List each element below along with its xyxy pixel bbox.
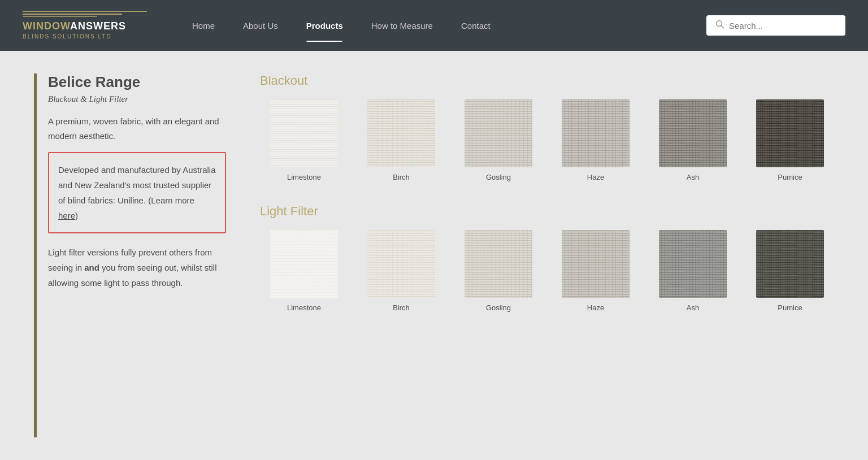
range-title: Belice Range: [48, 73, 226, 91]
light-filter-desc: Light filter versions fully prevent othe…: [48, 245, 226, 290]
fabric-blackout-limestone[interactable]: Limestone: [260, 99, 348, 181]
main-content: Belice Range Blackout & Light Filter A p…: [0, 51, 868, 460]
logo-line-3: [23, 16, 97, 18]
blackout-title: Blackout: [260, 73, 834, 88]
label-gosling-blackout: Gosling: [486, 173, 511, 181]
swatch-gosling-lf: [465, 230, 532, 298]
logo-brand1: WINDOW: [23, 20, 70, 32]
logo-line-1: [23, 11, 147, 12]
left-panel: Belice Range Blackout & Light Filter A p…: [34, 73, 226, 437]
svg-line-1: [722, 26, 724, 29]
logo-line-2: [23, 14, 122, 15]
fabric-lf-birch[interactable]: Birch: [357, 230, 445, 312]
logo-lines: [23, 11, 147, 18]
range-desc-1: A premium, woven fabric, with an elegant…: [48, 114, 226, 143]
swatch-gosling-blackout: [465, 99, 532, 167]
label-limestone-blackout: Limestone: [287, 173, 321, 181]
logo[interactable]: WINDOWANSWERS BLINDS SOLUTIONS LTD: [23, 11, 147, 40]
fabric-blackout-haze[interactable]: Haze: [552, 99, 640, 181]
label-gosling-lf: Gosling: [486, 303, 511, 312]
swatch-birch-lf: [367, 230, 435, 298]
nav-products[interactable]: Products: [295, 15, 354, 36]
label-pumice-blackout: Pumice: [778, 173, 802, 181]
swatch-haze-lf: [562, 230, 630, 298]
blackout-grid: Limestone Birch Gosling Haze Ash Pumice: [260, 99, 834, 181]
learn-more-link[interactable]: here: [58, 211, 75, 220]
info-box: Developed and manufactured by Australia …: [48, 152, 226, 233]
label-birch-lf: Birch: [393, 303, 410, 312]
search-icon: [715, 20, 724, 31]
nav-about[interactable]: About Us: [232, 15, 289, 36]
light-filter-grid: Limestone Birch Gosling Haze Ash Pumice: [260, 230, 834, 312]
fabric-lf-ash[interactable]: Ash: [649, 230, 737, 312]
fabric-blackout-pumice[interactable]: Pumice: [746, 99, 834, 181]
fabric-blackout-birch[interactable]: Birch: [357, 99, 445, 181]
label-ash-lf: Ash: [687, 303, 699, 312]
swatch-birch-blackout: [367, 99, 435, 167]
label-pumice-lf: Pumice: [778, 303, 802, 312]
nav-contact[interactable]: Contact: [450, 15, 502, 36]
swatch-pumice-blackout: [756, 99, 824, 167]
label-haze-blackout: Haze: [587, 173, 604, 181]
light-filter-title: Light Filter: [260, 204, 834, 219]
swatch-ash-blackout: [659, 99, 727, 167]
swatch-pumice-lf: [756, 230, 824, 298]
search-input[interactable]: [729, 21, 836, 31]
search-box[interactable]: [706, 15, 845, 36]
swatch-limestone-lf: [270, 230, 338, 298]
main-nav: Home About Us Products How to Measure Co…: [181, 15, 706, 36]
fabric-blackout-ash[interactable]: Ash: [649, 99, 737, 181]
swatch-limestone-blackout: [270, 99, 338, 167]
fabric-lf-limestone[interactable]: Limestone: [260, 230, 348, 312]
swatch-ash-lf: [659, 230, 727, 298]
range-subtitle: Blackout & Light Filter: [48, 94, 226, 104]
label-limestone-lf: Limestone: [287, 303, 321, 312]
fabric-lf-haze[interactable]: Haze: [552, 230, 640, 312]
label-birch-blackout: Birch: [393, 173, 410, 181]
logo-brand2: ANSWERS: [70, 20, 126, 32]
header: WINDOWANSWERS BLINDS SOLUTIONS LTD Home …: [0, 0, 868, 51]
label-haze-lf: Haze: [587, 303, 604, 312]
nav-measure[interactable]: How to Measure: [360, 15, 444, 36]
nav-home[interactable]: Home: [181, 15, 226, 36]
fabric-lf-pumice[interactable]: Pumice: [746, 230, 834, 312]
right-panel: Blackout Limestone Birch Gosling Haze As…: [260, 73, 834, 437]
logo-title: WINDOWANSWERS: [23, 20, 147, 32]
fabric-blackout-gosling[interactable]: Gosling: [454, 99, 542, 181]
logo-subtitle: BLINDS SOLUTIONS LTD: [23, 33, 147, 40]
fabric-lf-gosling[interactable]: Gosling: [454, 230, 542, 312]
label-ash-blackout: Ash: [687, 173, 699, 181]
swatch-haze-blackout: [562, 99, 630, 167]
